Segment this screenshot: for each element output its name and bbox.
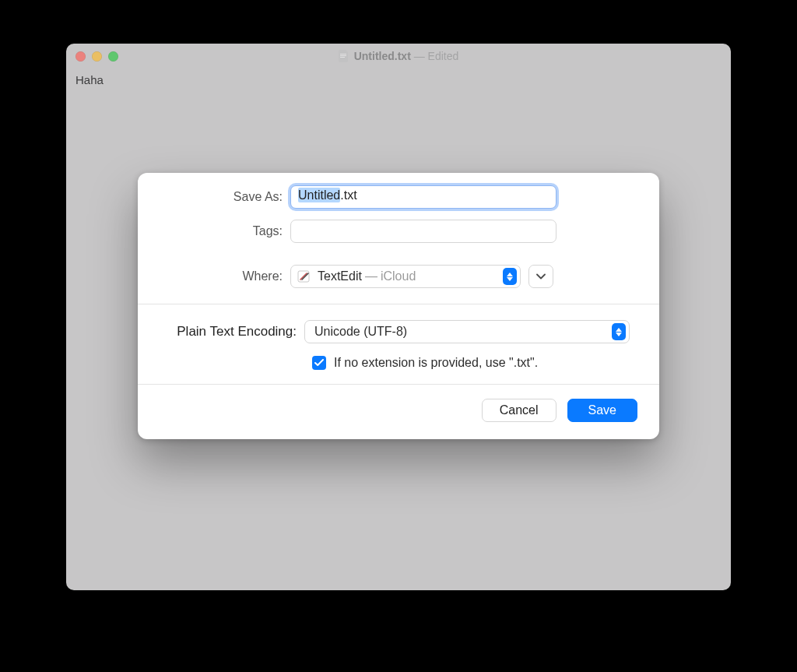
textedit-folder-icon: [297, 269, 311, 283]
filename-extension-part: .txt: [340, 188, 356, 202]
traffic-lights: [75, 51, 118, 62]
window-title: Untitled.txt — Edited: [66, 50, 731, 62]
encoding-popup[interactable]: Unicode (UTF-8): [304, 320, 630, 343]
svg-rect-2: [340, 57, 345, 58]
expand-save-panel-button[interactable]: [528, 265, 553, 288]
popup-stepper-icon: [503, 268, 517, 285]
document-text: Haha: [75, 73, 104, 86]
use-txt-extension-label: If no extension is provided, use ".txt".: [334, 356, 538, 370]
save-as-label: Save As:: [160, 190, 290, 204]
svg-rect-0: [340, 54, 346, 55]
chevron-down-icon: [536, 273, 546, 280]
save-button-label: Save: [588, 403, 616, 417]
where-folder-name: TextEdit: [318, 269, 362, 283]
window-title-text: Untitled.txt: [354, 50, 411, 62]
document-icon: [339, 50, 349, 62]
use-txt-extension-checkbox[interactable]: [312, 356, 326, 370]
tags-label: Tags:: [160, 224, 290, 238]
cancel-button[interactable]: Cancel: [482, 399, 556, 422]
encoding-value: Unicode (UTF-8): [314, 325, 407, 339]
document-body[interactable]: Haha: [66, 69, 731, 91]
filename-selected-part: Untitled: [298, 188, 340, 202]
where-popup[interactable]: TextEdit — iCloud: [290, 265, 521, 288]
save-as-field[interactable]: Untitled.txt: [290, 185, 556, 209]
save-button[interactable]: Save: [567, 399, 637, 422]
where-label: Where:: [160, 269, 290, 283]
window-zoom-button[interactable]: [108, 51, 118, 62]
save-dialog: Save As: Untitled.txt Tags: Where:: [138, 173, 659, 439]
popup-stepper-icon: [612, 323, 626, 340]
checkmark-icon: [314, 359, 324, 367]
window-minimize-button[interactable]: [92, 51, 102, 62]
where-location: iCloud: [381, 269, 416, 283]
cancel-button-label: Cancel: [500, 403, 539, 417]
svg-rect-1: [340, 55, 346, 56]
tags-field[interactable]: [290, 220, 556, 243]
window-edited-indicator: Edited: [428, 50, 459, 62]
encoding-label: Plain Text Encoding:: [160, 324, 304, 340]
window-titlebar: Untitled.txt — Edited: [66, 44, 731, 69]
window-close-button[interactable]: [75, 51, 86, 62]
